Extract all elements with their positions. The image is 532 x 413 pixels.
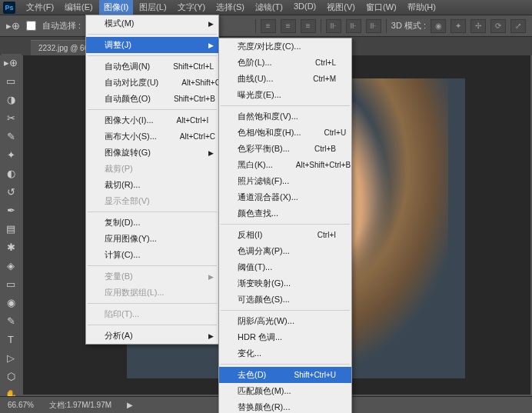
3d-icon[interactable]: ⤢ (510, 19, 526, 33)
separator (221, 224, 350, 225)
adjustments-submenu: 亮度/对比度(C)... 色阶(L)...Ctrl+L 曲线(U)...Ctrl… (218, 38, 352, 413)
marquee-tool[interactable]: ▭ (2, 72, 20, 89)
menu-replace-color[interactable]: 替换颜色(R)... (219, 399, 351, 413)
separator (221, 310, 350, 311)
menu-select[interactable]: 选择(S) (211, 0, 249, 15)
separator (321, 19, 321, 33)
menu-type[interactable]: 文字(Y) (173, 0, 211, 15)
menu-image-size[interactable]: 图像大小(I)...Alt+Ctrl+I (86, 112, 218, 128)
menu-edit[interactable]: 编辑(E) (60, 0, 98, 15)
menu-layer[interactable]: 图层(L) (135, 0, 171, 15)
distribute-icon[interactable]: ⊪ (366, 19, 381, 33)
menu-auto-tone[interactable]: 自动色调(N)Shift+Ctrl+L (86, 58, 218, 75)
menu-image-rotation[interactable]: 图像旋转(G)▶ (86, 145, 218, 161)
3d-icon[interactable]: ◉ (431, 19, 446, 33)
menu-color-lookup[interactable]: 颜色查找... (219, 205, 351, 221)
separator (88, 34, 217, 35)
menu-duplicate[interactable]: 复制(D)... (86, 215, 218, 231)
3d-icon[interactable]: ✦ (451, 19, 466, 33)
menu-variations[interactable]: 变化... (219, 345, 351, 361)
menu-channel-mixer[interactable]: 通道混合器(X)... (219, 189, 351, 205)
distribute-icon[interactable]: ⊪ (346, 19, 361, 33)
chevron-right-icon[interactable]: ▶ (127, 401, 133, 409)
menu-auto-contrast[interactable]: 自动对比度(U)Alt+Shift+Ctrl+L (86, 75, 218, 91)
menu-items: 文件(F) 编辑(E) 图像(I) 图层(L) 文字(Y) 选择(S) 滤镜(T… (22, 0, 441, 15)
stamp-tool[interactable]: ↺ (2, 183, 20, 200)
crop-tool[interactable]: ✂ (2, 109, 20, 126)
move-tool[interactable]: ▸⊕ (2, 54, 20, 71)
align-icon[interactable]: ≡ (301, 19, 316, 33)
blur-tool[interactable]: ◈ (2, 257, 20, 274)
menu-analysis[interactable]: 分析(A)▶ (86, 328, 218, 344)
gradient-tool[interactable]: ✱ (2, 238, 20, 255)
menu-invert[interactable]: 反相(I)Ctrl+I (219, 227, 351, 243)
menu-posterize[interactable]: 色调分离(P)... (219, 243, 351, 259)
menu-mode[interactable]: 模式(M)▶ (86, 15, 218, 32)
dodge-tool[interactable]: ▭ (2, 275, 20, 292)
align-icon[interactable]: ≡ (261, 19, 276, 33)
menu-reveal-all: 显示全部(V) (86, 193, 218, 209)
menu-match-color[interactable]: 匹配颜色(M)... (219, 383, 351, 399)
shape-tool[interactable]: ▷ (2, 349, 20, 366)
menu-file[interactable]: 文件(F) (22, 0, 58, 15)
menu-filter[interactable]: 滤镜(T) (251, 0, 288, 15)
menu-auto-color[interactable]: 自动颜色(O)Shift+Ctrl+B (86, 91, 218, 107)
separator (88, 325, 217, 325)
submenu-arrow-icon: ▶ (208, 273, 214, 281)
menu-levels[interactable]: 色阶(L)...Ctrl+L (219, 55, 351, 71)
zoom-level[interactable]: 66.67% (8, 401, 34, 409)
menu-adjustments[interactable]: 调整(J)▶ (86, 37, 218, 53)
menu-color-balance[interactable]: 色彩平衡(B)...Ctrl+B (219, 141, 351, 157)
menu-variables: 变量(B)▶ (86, 268, 218, 285)
doc-info: 文档:1.97M/1.97M (49, 400, 111, 411)
menu-vibrance[interactable]: 自然饱和度(V)... (219, 108, 351, 125)
type-tool[interactable]: ✎ (2, 312, 20, 329)
menu-view[interactable]: 视图(V) (322, 0, 360, 15)
menu-black-white[interactable]: 黑白(K)...Alt+Shift+Ctrl+B (219, 157, 351, 173)
eraser-tool[interactable]: ▤ (2, 220, 20, 237)
lasso-tool[interactable]: ◑ (2, 91, 20, 108)
menu-photo-filter[interactable]: 照片滤镜(F)... (219, 173, 351, 189)
menu-canvas-size[interactable]: 画布大小(S)...Alt+Ctrl+C (86, 128, 218, 145)
menu-3d[interactable]: 3D(D) (289, 0, 321, 15)
3d-icon[interactable]: ✢ (470, 19, 486, 33)
distribute-icon[interactable]: ⊪ (326, 19, 341, 33)
menu-desaturate[interactable]: 去色(D)Shift+Ctrl+U (219, 367, 351, 383)
move-tool-icon: ▸⊕ (6, 20, 20, 32)
3d-icon[interactable]: ⟳ (490, 19, 506, 33)
image-menu-dropdown: 模式(M)▶ 调整(J)▶ 自动色调(N)Shift+Ctrl+L 自动对比度(… (85, 15, 219, 345)
menu-selective-color[interactable]: 可选颜色(S)... (219, 291, 351, 308)
menu-brightness-contrast[interactable]: 亮度/对比度(C)... (219, 38, 351, 55)
separator (386, 19, 387, 33)
menu-image[interactable]: 图像(I) (99, 0, 133, 15)
menu-curves[interactable]: 曲线(U)...Ctrl+M (219, 71, 351, 87)
hand-tool[interactable]: ⬡ (2, 368, 20, 385)
menu-shadows-highlights[interactable]: 阴影/高光(W)... (219, 313, 351, 329)
menu-calculations[interactable]: 计算(C)... (86, 247, 218, 263)
menu-trap: 陷印(T)... (86, 306, 218, 322)
menu-threshold[interactable]: 阈值(T)... (219, 259, 351, 275)
separator (221, 105, 350, 106)
app-logo: Ps (3, 2, 15, 14)
brush-tool[interactable]: ◐ (2, 165, 20, 182)
eyedropper-tool[interactable]: ✎ (2, 128, 20, 145)
pen-tool[interactable]: ◉ (2, 294, 20, 311)
align-icon[interactable]: ≡ (281, 19, 296, 33)
menu-window[interactable]: 窗口(W) (361, 0, 401, 15)
healing-tool[interactable]: ✦ (2, 146, 20, 163)
submenu-arrow-icon: ▶ (208, 20, 214, 28)
menu-gradient-map[interactable]: 渐变映射(G)... (219, 275, 351, 291)
path-tool[interactable]: T (2, 331, 20, 348)
menu-apply-image[interactable]: 应用图像(Y)... (86, 231, 218, 247)
menu-exposure[interactable]: 曝光度(E)... (219, 87, 351, 103)
menu-bar: Ps 文件(F) 编辑(E) 图像(I) 图层(L) 文字(Y) 选择(S) 滤… (0, 0, 532, 15)
menu-hue-saturation[interactable]: 色相/饱和度(H)...Ctrl+U (219, 125, 351, 141)
history-brush-tool[interactable]: ✒ (2, 202, 20, 218)
menu-trim[interactable]: 裁切(R)... (86, 177, 218, 193)
separator (255, 19, 256, 33)
menu-hdr-toning[interactable]: HDR 色调... (219, 329, 351, 345)
submenu-arrow-icon: ▶ (208, 149, 214, 157)
auto-select-checkbox[interactable] (26, 21, 36, 31)
menu-help[interactable]: 帮助(H) (403, 0, 441, 15)
options-bar: ▸⊕ 自动选择 : ≡ ≡ ≡ ⊪ ⊪ ⊪ 3D 模式 : ◉ ✦ ✢ ⟳ ⤢ (0, 15, 532, 37)
